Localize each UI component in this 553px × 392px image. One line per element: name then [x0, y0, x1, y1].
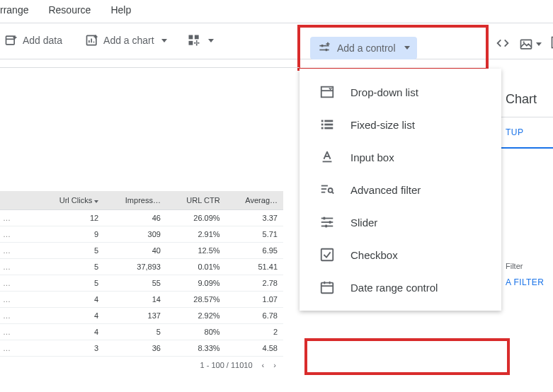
table-cell: 5: [37, 259, 104, 275]
table-cell: 6.95: [226, 243, 283, 259]
menu-arrange[interactable]: rrange: [0, 4, 28, 16]
community-viz-button[interactable]: [183, 30, 218, 50]
table-cell: …: [0, 340, 37, 357]
svg-rect-36: [324, 127, 333, 129]
svg-rect-33: [321, 127, 324, 129]
table-cell: 37,893: [104, 259, 166, 275]
pager-prev[interactable]: ‹: [262, 361, 265, 369]
menubar: rrange Resource Help: [0, 0, 553, 23]
sort-caret-icon: [94, 200, 98, 203]
table-pager: 1 - 100 / 11010 ‹ ›: [0, 357, 283, 369]
table-cell: 9.09%: [166, 275, 226, 292]
dropdown-item-input-box[interactable]: Input box: [300, 141, 501, 173]
add-data-icon: [4, 33, 18, 47]
table-cell: …: [0, 275, 37, 292]
svg-point-13: [195, 42, 197, 44]
table-row[interactable]: …4580%2: [0, 324, 283, 340]
dropdown-item-drop-down-list[interactable]: Drop-down list: [300, 76, 501, 108]
table-header-row: Url Clicks Impress… URL CTR Averag…: [0, 191, 283, 210]
col-average[interactable]: Averag…: [226, 191, 283, 210]
svg-rect-32: [321, 124, 324, 126]
dropdown-item-fixed-size-list[interactable]: Fixed-size list: [300, 108, 501, 141]
col-url-clicks[interactable]: Url Clicks: [37, 191, 104, 210]
table-cell: 2.92%: [166, 308, 226, 324]
table-cell: 80%: [166, 324, 226, 340]
add-filter-link[interactable]: A FILTER: [501, 270, 553, 287]
svg-rect-21: [326, 48, 328, 50]
code-icon[interactable]: [495, 35, 511, 53]
svg-rect-48: [329, 221, 331, 224]
chevron-down-icon: [208, 39, 214, 42]
tune-icon: [317, 41, 331, 55]
image-icon[interactable]: [519, 35, 542, 53]
table-cell: …: [0, 226, 37, 243]
table-cell: 309: [104, 226, 166, 243]
svg-rect-34: [324, 120, 333, 122]
table-cell: 0.01%: [166, 259, 226, 275]
col-first[interactable]: [0, 191, 37, 210]
table-cell: 5.71: [226, 226, 283, 243]
checkbox-icon: [319, 247, 335, 263]
table-row[interactable]: …124626.09%3.37: [0, 210, 283, 226]
dropdown-item-label: Input box: [350, 151, 394, 163]
table-cell: 8.33%: [166, 340, 226, 357]
table-row[interactable]: …41428.57%1.07: [0, 292, 283, 308]
panel-title: Chart: [501, 85, 553, 117]
add-control-label: Add a control: [337, 42, 396, 54]
dropdown-item-date-range[interactable]: Date range control: [300, 271, 501, 304]
filter-section-label: Filter: [501, 262, 553, 270]
table-cell: 51.41: [226, 259, 283, 275]
table-cell: 2.78: [226, 275, 283, 292]
col-impressions[interactable]: Impress…: [104, 191, 166, 210]
table-cell: 14: [104, 292, 166, 308]
table-cell: …: [0, 308, 37, 324]
date-range-highlight: [304, 338, 510, 375]
text-icon[interactable]: [550, 35, 553, 53]
add-chart-icon: [85, 33, 99, 47]
input-box-icon: [319, 149, 335, 165]
table-cell: 4.58: [226, 340, 283, 357]
table-cell: 3.37: [226, 210, 283, 226]
table-cell: 4: [37, 292, 104, 308]
svg-rect-11: [195, 35, 199, 40]
table-cell: …: [0, 243, 37, 259]
add-data-label: Add data: [23, 35, 62, 46]
dropdown-item-slider[interactable]: Slider: [300, 206, 501, 238]
dropdown-item-checkbox[interactable]: Checkbox: [300, 238, 501, 271]
dropdown-item-advanced-filter[interactable]: Advanced filter: [300, 173, 501, 206]
dropdown-item-label: Fixed-size list: [350, 119, 415, 131]
chevron-down-icon: [536, 42, 542, 46]
svg-rect-24: [521, 40, 532, 49]
table-row[interactable]: …5559.09%2.78: [0, 275, 283, 292]
table-row[interactable]: …41372.92%6.78: [0, 308, 283, 324]
pager-status: 1 - 100 / 11010: [200, 361, 253, 369]
svg-rect-50: [321, 249, 333, 261]
data-table: Url Clicks Impress… URL CTR Averag… …124…: [0, 191, 283, 369]
fixed-list-icon: [319, 117, 335, 132]
tab-setup[interactable]: TUP: [501, 117, 553, 149]
table-cell: 3: [37, 340, 104, 357]
table-cell: 6.78: [226, 308, 283, 324]
pager-next[interactable]: ›: [273, 361, 276, 369]
chevron-down-icon: [161, 39, 167, 42]
table-row[interactable]: …537,8930.01%51.41: [0, 259, 283, 275]
menu-resource[interactable]: Resource: [48, 4, 91, 16]
table-cell: 137: [104, 308, 166, 324]
table-cell: 12.5%: [166, 243, 226, 259]
add-control-highlight: Add a control: [297, 25, 489, 71]
table-cell: 5: [37, 275, 104, 292]
table-cell: …: [0, 324, 37, 340]
table-cell: 12: [37, 210, 104, 226]
col-url-ctr[interactable]: URL CTR: [166, 191, 226, 210]
table-row[interactable]: …93092.91%5.71: [0, 226, 283, 243]
svg-point-25: [523, 41, 525, 42]
table-cell: 4: [37, 324, 104, 340]
menu-help[interactable]: Help: [110, 4, 131, 16]
add-data-button[interactable]: Add data: [0, 30, 67, 50]
table-cell: 28.57%: [166, 292, 226, 308]
add-control-button[interactable]: Add a control: [310, 37, 417, 59]
table-row[interactable]: …54012.5%6.95: [0, 243, 283, 259]
add-chart-label: Add a chart: [103, 35, 154, 46]
add-chart-button[interactable]: Add a chart: [81, 30, 171, 50]
table-row[interactable]: …3368.33%4.58: [0, 340, 283, 357]
